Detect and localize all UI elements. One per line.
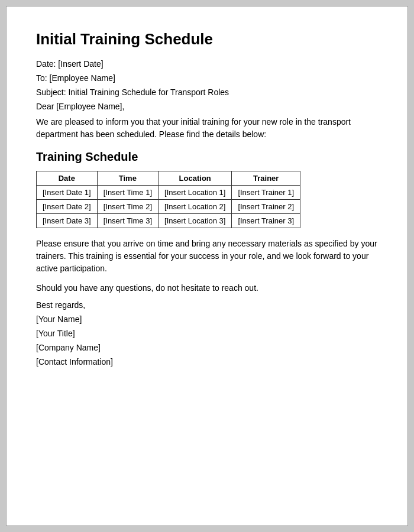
col-header-time: Time [97,171,158,186]
contact-info: [Contact Information] [36,357,378,366]
col-header-location: Location [159,171,232,186]
closing-note: Should you have any questions, do not he… [36,282,378,294]
table-cell-r1-c4: [Insert Trainer 1] [232,186,300,200]
table-cell-r3-c1: [Insert Date 3] [37,214,98,228]
col-header-trainer: Trainer [232,171,300,186]
greeting: Dear [Employee Name], [36,102,378,111]
table-cell-r3-c4: [Insert Trainer 3] [232,214,300,228]
table-cell-r3-c3: [Insert Location 3] [159,214,232,228]
regards: Best regards, [36,300,378,310]
intro-paragraph: We are pleased to inform you that your i… [36,116,378,141]
date-line: Date: [Insert Date] [36,59,378,69]
table-row: [Insert Date 1][Insert Time 1][Insert Lo… [37,186,300,200]
table-cell-r2-c1: [Insert Date 2] [37,200,98,214]
your-name: [Your Name] [36,314,378,324]
table-row: [Insert Date 2][Insert Time 2][Insert Lo… [37,200,300,214]
table-cell-r1-c1: [Insert Date 1] [37,186,98,200]
table-body: [Insert Date 1][Insert Time 1][Insert Lo… [37,186,300,228]
table-cell-r3-c2: [Insert Time 3] [97,214,158,228]
company-name: [Company Name] [36,343,378,352]
to-line: To: [Employee Name] [36,73,378,83]
body-paragraph: Please ensure that you arrive on time an… [36,238,378,275]
table-cell-r2-c3: [Insert Location 2] [159,200,232,214]
table-cell-r1-c2: [Insert Time 1] [97,186,158,200]
document-container: Initial Training Schedule Date: [Insert … [6,6,408,526]
section-title: Training Schedule [36,150,378,164]
table-cell-r2-c4: [Insert Trainer 2] [232,200,300,214]
document-title: Initial Training Schedule [36,30,378,48]
subject-line: Subject: Initial Training Schedule for T… [36,87,378,97]
col-header-date: Date [37,171,98,186]
your-title: [Your Title] [36,329,378,338]
training-table: Date Time Location Trainer [Insert Date … [36,171,300,228]
table-row: [Insert Date 3][Insert Time 3][Insert Lo… [37,214,300,228]
table-cell-r1-c3: [Insert Location 1] [159,186,232,200]
table-cell-r2-c2: [Insert Time 2] [97,200,158,214]
table-header-row: Date Time Location Trainer [37,171,300,186]
